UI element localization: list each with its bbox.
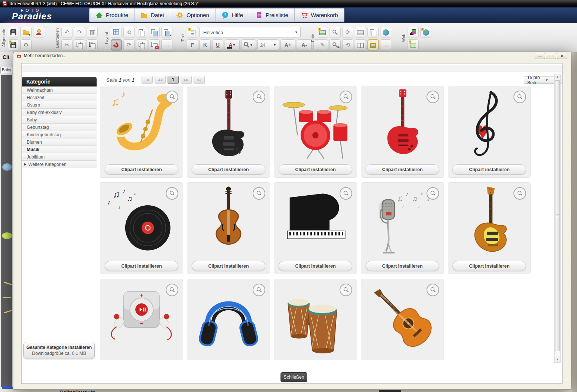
category-item-ostern[interactable]: Ostern xyxy=(22,101,97,109)
preview-zoom-button[interactable] xyxy=(253,91,265,103)
font-size-down-button[interactable]: A- xyxy=(297,39,312,50)
photo-frame-button[interactable] xyxy=(367,39,379,50)
underline-button[interactable]: U xyxy=(212,39,223,50)
settings-button[interactable]: ⚙ xyxy=(20,39,32,50)
preview-zoom-button[interactable] xyxy=(166,284,178,296)
minimize-button[interactable]: — xyxy=(535,53,545,59)
preview-zoom-button[interactable] xyxy=(513,91,526,103)
category-item-weihnachten[interactable]: Weihnachten xyxy=(22,86,97,94)
nav-preisliste-button[interactable]: Preisliste xyxy=(249,9,295,22)
rotate-left-button[interactable]: ⟲ xyxy=(123,27,134,38)
nav-hilfe-button[interactable]: ? Hilfe xyxy=(215,9,249,22)
install-clipart-button[interactable]: Clipart installieren xyxy=(279,164,352,174)
preview-zoom-button[interactable] xyxy=(253,187,265,200)
grid-button[interactable] xyxy=(111,27,122,38)
category-item-blumen[interactable]: Blumen xyxy=(22,138,97,146)
italic-button[interactable]: K xyxy=(200,39,211,50)
install-clipart-button[interactable]: Clipart installieren xyxy=(192,261,265,271)
slideshow-button[interactable] xyxy=(408,27,419,38)
dialog-title-bar[interactable]: Mehr herunterladen... xyxy=(16,53,67,58)
nav-produkte-button[interactable]: Produkte xyxy=(90,9,134,22)
install-clipart-button[interactable]: Clipart installieren xyxy=(192,164,265,174)
preview-zoom-button[interactable] xyxy=(340,187,352,200)
calendar-add-button[interactable]: + xyxy=(408,39,419,50)
move-element-button[interactable] xyxy=(136,39,147,50)
close-window-button[interactable]: × xyxy=(557,53,567,59)
web-upload-button[interactable]: + xyxy=(420,27,431,38)
page-spread-button[interactable] xyxy=(355,39,366,50)
install-clipart-button[interactable]: Clipart installieren xyxy=(105,164,178,174)
category-item-baby-dm-exklusiv[interactable]: Baby dm-exklusiv xyxy=(22,109,97,116)
bring-front-button[interactable] xyxy=(149,27,160,38)
scrollbar-down-button[interactable]: ▼ xyxy=(555,357,560,362)
preview-zoom-button[interactable] xyxy=(253,284,265,296)
font-color-button[interactable]: A▼ xyxy=(225,39,240,50)
save-as-button[interactable]: + xyxy=(8,39,19,50)
category-item-hochzeit[interactable]: Hochzeit xyxy=(22,94,97,101)
preview-zoom-button[interactable] xyxy=(340,91,352,103)
zoom-out-photo-button[interactable] xyxy=(330,27,341,38)
web-photo-button[interactable] xyxy=(380,27,391,38)
bold-button[interactable]: F xyxy=(187,39,198,50)
font-size-select[interactable]: 24▼ xyxy=(257,39,279,50)
preview-zoom-button[interactable] xyxy=(427,91,439,103)
scrollbar-thumb[interactable] xyxy=(555,80,560,351)
delete-button[interactable] xyxy=(87,27,98,38)
photo-more-button[interactable]: … xyxy=(380,39,391,50)
preview-zoom-button[interactable] xyxy=(166,187,178,200)
install-clipart-button[interactable]: Clipart installieren xyxy=(453,164,526,174)
close-dialog-button[interactable]: Schließen xyxy=(281,372,307,382)
install-clipart-button[interactable]: Clipart installieren xyxy=(105,261,178,271)
undo-button[interactable]: ↶ xyxy=(61,27,72,38)
next-page-button[interactable]: ▶▶ xyxy=(181,76,192,84)
preview-zoom-button[interactable] xyxy=(340,284,352,296)
prev-page-button[interactable]: ◀◀ xyxy=(155,76,166,84)
duplicate-page-button[interactable]: ◂ xyxy=(161,27,172,38)
nav-datei-button[interactable]: Datei xyxy=(134,9,170,22)
brand-logo[interactable]: FOTO Paradies xyxy=(7,8,81,23)
install-clipart-button[interactable]: Clipart installieren xyxy=(366,164,439,174)
font-family-select[interactable]: Helvetica ▼ xyxy=(200,27,301,38)
add-text-button[interactable]: + xyxy=(187,27,198,38)
category-item-weitere-kategorien[interactable]: ▶Weitere Kategorien xyxy=(22,161,97,168)
rotate-back-button[interactable]: ⟲ xyxy=(342,39,353,50)
title-bar[interactable]: dm-Fotowelt 6.1.2 (x64) - CEWE FOTOBUCH … xyxy=(0,0,577,7)
bring-back-button[interactable] xyxy=(136,27,147,38)
install-clipart-button[interactable]: Clipart installieren xyxy=(366,261,439,271)
first-page-button[interactable]: |◀ xyxy=(142,76,153,84)
profile-button[interactable] xyxy=(33,27,44,38)
preview-zoom-button[interactable] xyxy=(166,91,178,103)
install-clipart-button[interactable]: Clipart installieren xyxy=(453,261,526,271)
redo-button[interactable]: ↷ xyxy=(74,27,85,38)
font-size-up-button[interactable]: A+ xyxy=(281,39,295,50)
layout-more-button[interactable]: … xyxy=(161,39,172,50)
clipart-category-tab[interactable]: Baby xyxy=(0,67,12,73)
layers-button[interactable] xyxy=(367,27,379,38)
maximize-button[interactable]: □ xyxy=(546,53,556,59)
preview-zoom-button[interactable] xyxy=(427,284,439,296)
preview-zoom-button[interactable] xyxy=(513,187,526,200)
enhance-photo-button[interactable] xyxy=(355,27,366,38)
category-item-musik[interactable]: Musik xyxy=(22,146,97,153)
copy-button[interactable] xyxy=(74,39,85,50)
rotate-photo-button[interactable]: ⟳ xyxy=(342,27,353,38)
nav-warenkorb-button[interactable]: Warenkorb xyxy=(295,9,344,22)
last-page-button[interactable]: ▶| xyxy=(194,76,205,84)
scrollbar-up-button[interactable]: ▲ xyxy=(555,74,560,79)
nav-optionen-button[interactable]: Optionen xyxy=(170,9,215,22)
save-button[interactable] xyxy=(8,27,19,38)
category-item-geburtstag[interactable]: Geburtstag xyxy=(22,124,97,131)
install-all-category-button[interactable]: Gesamte Kategorie installieren Downloadg… xyxy=(23,342,95,359)
preview-zoom-button[interactable] xyxy=(427,187,439,200)
current-page-button[interactable]: 1 xyxy=(168,76,179,84)
category-item-kindergeburtstag[interactable]: Kindergeburtstag xyxy=(22,131,97,138)
category-item-baby[interactable]: Baby xyxy=(22,116,97,124)
snap-magnet-button[interactable] xyxy=(111,39,122,50)
rotate-right-button[interactable]: ⟳ xyxy=(123,39,134,50)
zoom-in-photo-button[interactable]: + xyxy=(330,39,341,50)
category-item-jubilaeum[interactable]: Jubiläum xyxy=(22,153,97,161)
edit-photo-button[interactable]: ✎ xyxy=(317,39,328,50)
add-photo-button[interactable]: + xyxy=(317,27,328,38)
fill-color-button[interactable]: ▼ xyxy=(241,39,256,50)
cut-button[interactable]: ✂ xyxy=(61,39,72,50)
